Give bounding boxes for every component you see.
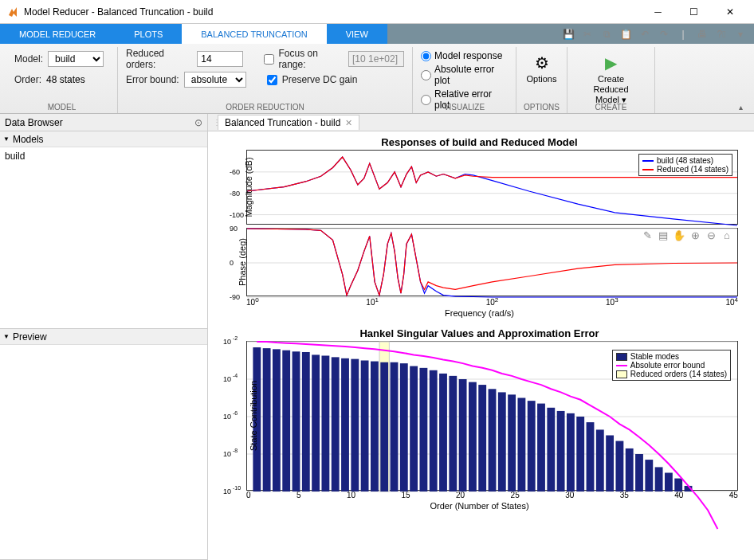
- svg-rect-41: [380, 362, 388, 491]
- tab-balanced-truncation[interactable]: BALANCED TRUNCATION: [182, 24, 326, 44]
- response-legend: build (48 states) Reduced (14 states): [638, 154, 732, 176]
- svg-rect-50: [469, 382, 477, 491]
- collapse-icon[interactable]: ⊙: [194, 117, 202, 128]
- model-select[interactable]: build: [48, 51, 104, 67]
- svg-text:10: 10: [223, 488, 231, 495]
- ribbon-minimize-icon[interactable]: ▴: [739, 103, 743, 112]
- print-icon[interactable]: 🖶: [695, 29, 709, 40]
- options-button[interactable]: ⚙ Options: [519, 49, 565, 87]
- close-button[interactable]: ✕: [712, 0, 748, 24]
- svg-rect-66: [626, 448, 634, 491]
- svg-rect-61: [576, 417, 584, 491]
- svg-rect-64: [606, 436, 614, 492]
- svg-rect-63: [596, 430, 604, 492]
- svg-text:90: 90: [230, 225, 238, 233]
- model-label: Model:: [14, 53, 43, 65]
- paste-icon[interactable]: 📋: [619, 29, 633, 40]
- focus-range-label: Focus on range:: [279, 48, 344, 70]
- svg-text:-10: -10: [233, 485, 241, 491]
- focus-range-input: [348, 51, 404, 67]
- svg-rect-71: [674, 479, 682, 491]
- save-icon[interactable]: 💾: [561, 29, 575, 40]
- models-list[interactable]: build: [0, 147, 207, 329]
- error-bound-select[interactable]: absolute: [184, 72, 246, 88]
- magnitude-plot[interactable]: Magnitude (dB) -60-80-100 build (48 stat…: [246, 150, 738, 225]
- group-visualize-label: VISUALIZE: [413, 103, 516, 112]
- svg-text:-2: -2: [233, 335, 238, 341]
- svg-rect-47: [439, 374, 447, 491]
- svg-rect-58: [547, 408, 555, 491]
- cut-icon[interactable]: ✂: [580, 29, 595, 40]
- order-label: Order:: [14, 74, 41, 85]
- focus-range-checkbox[interactable]: [264, 54, 274, 65]
- group-options-label: OPTIONS: [516, 103, 567, 112]
- svg-rect-65: [615, 441, 623, 491]
- minimize-button[interactable]: ─: [640, 0, 676, 24]
- preview-section-header[interactable]: Preview: [0, 329, 207, 345]
- svg-rect-36: [332, 358, 340, 492]
- svg-rect-44: [410, 366, 418, 491]
- svg-rect-69: [655, 468, 663, 492]
- phase-plot[interactable]: Phase (deg) -90090: [246, 228, 738, 296]
- svg-text:10: 10: [223, 413, 231, 421]
- dropdown-icon[interactable]: ▾: [733, 29, 748, 40]
- svg-rect-48: [449, 376, 457, 491]
- svg-rect-56: [528, 401, 536, 491]
- svg-rect-67: [635, 454, 643, 491]
- data-browser-panel: Data Browser ⊙ Models build Preview: [0, 114, 208, 560]
- matlab-logo-icon: [6, 6, 19, 18]
- svg-rect-29: [263, 348, 271, 491]
- error-bound-label: Error bound:: [126, 74, 179, 85]
- titlebar: Model Reducer - Balanced Truncation - bu…: [0, 0, 754, 24]
- ribbon: Model: build Order: 48 states MODEL Redu…: [0, 44, 754, 114]
- content-area: Data Browser ⊙ Models build Preview ⋮ Ba…: [0, 114, 754, 560]
- order-xlabel: Order (Number of States): [214, 501, 744, 511]
- svg-rect-53: [498, 393, 506, 492]
- document-tab[interactable]: Balanced Truncation - build ✕: [218, 115, 359, 130]
- svg-rect-60: [567, 413, 575, 491]
- tab-model-reducer[interactable]: MODEL REDUCER: [0, 24, 115, 44]
- svg-rect-62: [587, 422, 595, 491]
- redo-icon[interactable]: ↷: [657, 29, 671, 40]
- preview-area: [0, 345, 207, 560]
- svg-rect-35: [321, 356, 329, 491]
- undo-icon[interactable]: ↶: [638, 29, 652, 40]
- svg-rect-34: [312, 355, 320, 492]
- svg-rect-38: [351, 359, 359, 491]
- svg-text:-4: -4: [233, 373, 238, 378]
- radio-model-response[interactable]: Model response: [421, 50, 508, 61]
- close-tab-icon[interactable]: ✕: [345, 118, 352, 128]
- svg-rect-40: [371, 362, 379, 491]
- svg-text:10: 10: [223, 450, 231, 458]
- svg-rect-54: [508, 395, 516, 492]
- reduced-orders-input[interactable]: [197, 51, 243, 67]
- svg-rect-43: [400, 363, 408, 491]
- svg-text:10: 10: [223, 375, 231, 383]
- svg-rect-33: [302, 352, 310, 491]
- svg-text:-60: -60: [230, 168, 240, 176]
- tab-plots[interactable]: PLOTS: [115, 24, 182, 44]
- hankel-plot[interactable]: State Contribution 10-210-410-610-810-10…: [246, 341, 738, 491]
- help-icon[interactable]: ?⃝: [714, 29, 728, 40]
- models-section-header[interactable]: Models: [0, 131, 207, 147]
- svg-rect-46: [430, 370, 438, 491]
- list-item[interactable]: build: [5, 151, 202, 162]
- tab-view[interactable]: VIEW: [327, 24, 387, 44]
- svg-text:-8: -8: [233, 448, 238, 453]
- svg-text:-6: -6: [233, 410, 238, 416]
- data-browser-title: Data Browser: [5, 117, 63, 128]
- ribbon-tabstrip: MODEL REDUCER PLOTS BALANCED TRUNCATION …: [0, 24, 754, 44]
- preserve-dc-label: Preserve DC gain: [282, 74, 358, 85]
- radio-absolute-error[interactable]: Absolute error plot: [421, 64, 508, 86]
- copy-icon[interactable]: ⧉: [599, 29, 614, 40]
- preserve-dc-checkbox[interactable]: [267, 75, 277, 85]
- svg-rect-70: [665, 473, 673, 492]
- document-area: ⋮ Balanced Truncation - build ✕ Response…: [208, 114, 754, 560]
- svg-text:-100: -100: [230, 211, 244, 219]
- quick-access-toolbar: 💾 ✂ ⧉ 📋 ↶ ↷ | 🖶 ?⃝ ▾: [555, 24, 754, 44]
- gear-icon: ⚙: [535, 52, 549, 74]
- svg-rect-37: [341, 358, 349, 491]
- maximize-button[interactable]: ☐: [676, 0, 712, 24]
- svg-rect-32: [293, 352, 300, 492]
- create-reduced-model-button[interactable]: ▶ Create Reduced Model ▾: [575, 49, 646, 109]
